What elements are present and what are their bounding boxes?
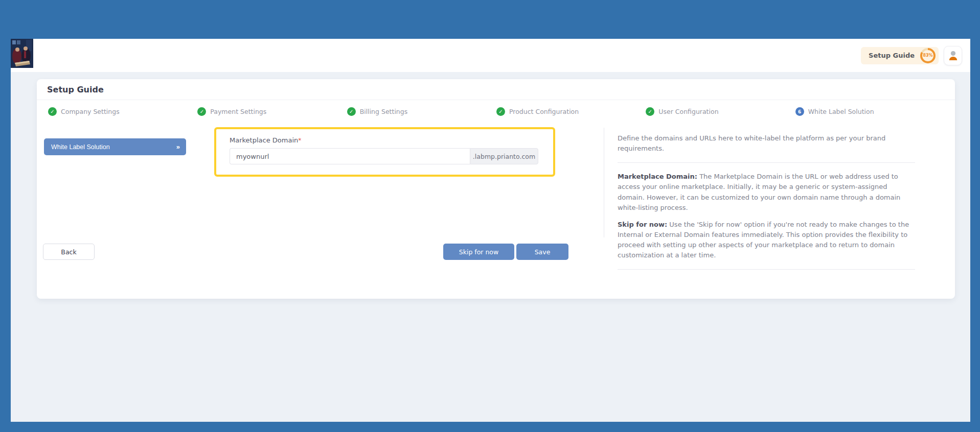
page-root: { "colors": { "frame_blue": "#3371ac", "… [0,0,980,432]
step-company-settings[interactable]: ✓ Company Settings [48,107,197,116]
top-bar: Setup Guide 83% [11,39,970,72]
tab-white-label-solution[interactable]: White Label Solution » [44,138,186,155]
vertical-divider [604,128,604,237]
help-section-title: Skip for now: [618,221,667,228]
help-intro: Define the domains and URLs here to whit… [618,133,915,154]
marketplace-domain-input[interactable] [230,148,470,164]
step-label: User Configuration [658,108,718,115]
step-white-label-solution[interactable]: 6 White Label Solution [795,107,945,116]
setup-guide-button[interactable]: Setup Guide 83% [861,47,939,64]
check-circle-icon: ✓ [48,107,57,116]
check-circle-icon: ✓ [197,107,206,116]
divider [618,162,915,163]
app-window: Setup Guide 83% Setup Guide ✓ C [11,39,970,422]
step-label: Billing Settings [360,108,408,115]
user-avatar-icon [948,50,959,61]
double-chevron-right-icon: » [176,143,180,151]
setup-progress-value: 83% [922,50,933,61]
tab-label: White Label Solution [51,143,110,151]
step-label: Payment Settings [210,108,266,115]
domain-input-group: .labmp.prianto.com [230,148,538,164]
step-label: White Label Solution [808,108,874,115]
step-product-configuration[interactable]: ✓ Product Configuration [496,107,646,116]
setup-guide-label: Setup Guide [869,52,915,59]
setup-progress-ring: 83% [920,48,936,63]
card-header: Setup Guide [37,79,955,100]
step-label: Product Configuration [509,108,579,115]
check-circle-icon: ✓ [496,107,505,116]
topbar-actions: Setup Guide 83% [861,39,970,72]
step-billing-settings[interactable]: ✓ Billing Settings [347,107,496,116]
domain-suffix-addon: .labmp.prianto.com [470,148,538,164]
setup-stepper: ✓ Company Settings ✓ Payment Settings ✓ … [37,100,955,116]
page-title: Setup Guide [47,85,104,94]
footer-actions: Skip for now Save [443,244,568,260]
step-number-badge: 6 [795,107,804,116]
back-button[interactable]: Back [43,244,95,260]
save-button[interactable]: Save [516,244,568,260]
check-circle-icon: ✓ [646,107,654,116]
company-logo[interactable] [11,39,33,68]
help-panel: Define the domains and URLs here to whit… [618,133,915,278]
divider [618,269,915,270]
step-label: Company Settings [61,108,120,115]
marketplace-domain-label: Marketplace Domain* [230,136,553,144]
help-section-marketplace-domain: Marketplace Domain: The Marketplace Doma… [618,172,915,213]
step-user-configuration[interactable]: ✓ User Configuration [646,107,795,116]
main-area: Setup Guide ✓ Company Settings ✓ Payment… [11,72,970,422]
skip-for-now-button[interactable]: Skip for now [443,244,514,260]
help-section-title: Marketplace Domain: [618,173,697,180]
check-circle-icon: ✓ [347,107,356,116]
help-section-skip-for-now: Skip for now: Use the 'Skip for now' opt… [618,220,915,261]
step-payment-settings[interactable]: ✓ Payment Settings [197,107,347,116]
setup-guide-card: Setup Guide ✓ Company Settings ✓ Payment… [37,79,955,299]
user-avatar-button[interactable] [944,46,962,65]
field-label-text: Marketplace Domain [230,136,298,144]
marketplace-domain-highlight-box: Marketplace Domain* .labmp.prianto.com [214,127,555,177]
required-asterisk: * [298,137,301,144]
